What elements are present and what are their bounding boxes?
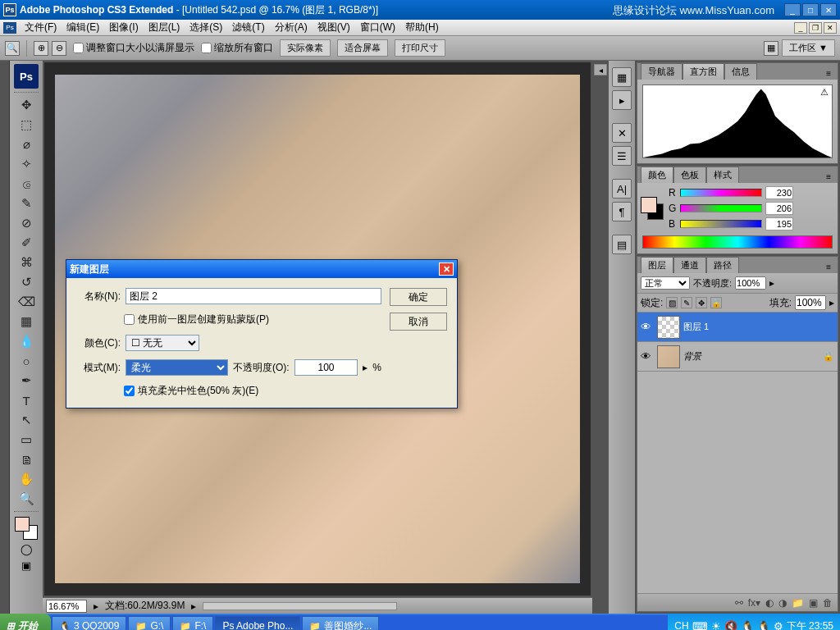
doc-minimize[interactable]: _ [794,22,807,34]
fill-input[interactable] [795,295,826,310]
visibility-icon[interactable]: 👁 [641,321,654,333]
menu-edit[interactable]: 编辑(E) [62,19,104,36]
new-layer-icon[interactable]: ▣ [809,597,818,609]
brush-tool[interactable]: ✐ [16,234,36,252]
dialog-titlebar[interactable]: 新建图层 ✕ [66,260,457,278]
layer-name[interactable]: 图层 1 [683,321,834,333]
panel-menu-icon[interactable]: ≡ [823,171,834,183]
eyedropper-tool[interactable]: ✎ [16,194,36,212]
zoom-in-icon[interactable]: ⊕ [34,41,48,56]
panel-menu-icon[interactable]: ≡ [823,67,834,80]
misc-icon[interactable]: ▤ [612,235,632,254]
g-input[interactable] [765,202,793,215]
mask-icon[interactable]: ◐ [765,597,774,609]
opacity-input[interactable] [294,359,358,376]
layer-thumb[interactable] [657,345,680,368]
cancel-button[interactable]: 取消 [390,313,447,331]
gradient-tool[interactable]: ▦ [16,313,36,331]
menu-select[interactable]: 选择(S) [185,19,227,36]
print-size-button[interactable]: 打印尺寸 [395,39,445,57]
mode-select[interactable]: 柔光 [126,359,228,376]
notes-tool[interactable]: 🗎 [16,450,36,468]
close-button[interactable]: ✕ [820,3,837,16]
r-input[interactable] [765,186,793,199]
arrow-icon[interactable]: ▸ [363,362,368,373]
tray-icon[interactable]: ☀ [711,620,721,631]
arrow-icon[interactable]: ▸ [829,297,834,308]
history-brush-tool[interactable]: ↺ [16,273,36,291]
ok-button[interactable]: 确定 [390,288,447,306]
lock-trans-icon[interactable]: ▨ [666,297,678,308]
play-icon[interactable]: ▸ [612,90,632,110]
eraser-tool[interactable]: ⌫ [16,293,36,311]
tab-swatches[interactable]: 色板 [673,167,706,183]
tray-icon[interactable]: 🐧 [757,620,770,631]
zoom-all-check[interactable]: 缩放所有窗口 [201,41,273,55]
task-photoshop[interactable]: Ps Adobe Pho... [215,616,300,630]
layer-name-input[interactable] [126,288,381,304]
doc-restore[interactable]: ❐ [809,22,822,34]
tab-color[interactable]: 颜色 [641,167,673,183]
task-qq[interactable]: 🐧 3 QQ2009 [52,616,126,630]
panel-menu-icon[interactable]: ≡ [823,261,834,273]
crop-tool[interactable]: ⟃ [16,175,36,193]
lock-all-icon[interactable]: 🔒 [710,297,722,308]
tab-layers[interactable]: 图层 [641,257,673,273]
b-input[interactable] [765,217,793,231]
type-tool[interactable]: T [16,391,36,409]
b-slider[interactable] [680,220,762,228]
menu-view[interactable]: 视图(V) [313,19,355,36]
lock-paint-icon[interactable]: ✎ [681,297,692,308]
arrow-icon[interactable]: ▸ [191,600,196,612]
menu-analysis[interactable]: 分析(A) [270,19,313,36]
tab-paths[interactable]: 路径 [706,257,739,273]
tray-icon[interactable]: ⌨ [692,620,708,631]
lock-move-icon[interactable]: ✥ [696,297,707,308]
fit-screen-button[interactable]: 适合屏幕 [337,39,388,57]
r-slider[interactable] [680,189,762,197]
layer-row[interactable]: 👁 背景 🔒 [637,342,838,372]
tray-icon[interactable]: 🐧 [741,620,754,631]
wand-tool[interactable]: ✧ [16,155,36,173]
delete-icon[interactable]: 🗑 [823,597,833,609]
hand-tool[interactable]: ✋ [16,470,36,488]
ime-icon[interactable]: CH [674,620,688,630]
tool-dock[interactable] [0,61,10,614]
menu-filter[interactable]: 滤镜(T) [227,19,269,36]
color-spectrum[interactable] [642,235,833,249]
history-icon[interactable]: ☰ [612,146,632,166]
zoom-out-icon[interactable]: ⊖ [52,41,66,56]
actual-pixels-button[interactable]: 实际像素 [280,39,331,57]
color-swatches[interactable] [15,517,38,540]
tray-icon[interactable]: 🔇 [724,620,737,631]
workspace-dropdown[interactable]: 工作区 ▼ [782,39,835,57]
menu-image[interactable]: 图像(I) [104,19,143,36]
task-g[interactable]: 📁 G:\ [128,616,171,630]
tray-icon[interactable]: ⚙ [774,620,783,631]
zoom-input[interactable] [46,600,87,613]
menu-layer[interactable]: 图层(L) [144,19,185,36]
tab-info[interactable]: 信息 [724,63,757,80]
collapse-icon[interactable]: ◂ [594,64,607,75]
tab-navigator[interactable]: 导航器 [641,63,682,80]
arrow-icon[interactable]: ▸ [769,277,774,289]
maximize-button[interactable]: □ [802,3,819,16]
folder-icon[interactable]: 📁 [792,597,804,609]
tab-channels[interactable]: 通道 [673,257,706,273]
fx-icon[interactable]: fx▾ [748,597,760,609]
tools-icon[interactable]: ✕ [612,123,632,143]
menu-file[interactable]: 文件(F) [20,19,62,36]
arrow-icon[interactable]: ▸ [94,600,98,612]
workspace-icon[interactable]: ▦ [764,41,778,56]
doc-close[interactable]: ✕ [824,22,837,34]
link-icon[interactable]: ⚯ [735,597,743,609]
fill-neutral-check[interactable]: 填充柔光中性色(50% 灰)(E) [124,384,258,398]
layer-thumb[interactable] [657,316,680,339]
layer-name[interactable]: 背景 [683,350,819,363]
adjust-icon[interactable]: ◑ [778,597,787,609]
navigator-icon[interactable]: ▦ [612,67,632,87]
lasso-tool[interactable]: ⌀ [16,135,36,153]
task-f[interactable]: 📁 F:\ [172,616,213,630]
menu-help[interactable]: 帮助(H) [400,19,444,36]
clock[interactable]: 下午 23:55 [787,619,833,631]
